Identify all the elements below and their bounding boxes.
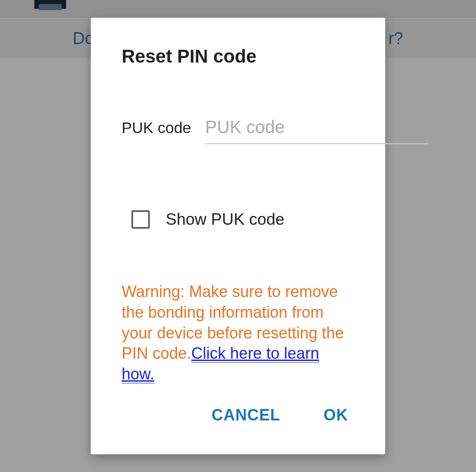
show-puk-row[interactable]: Show PUK code <box>131 210 354 229</box>
puk-code-label: PUK code <box>122 119 191 137</box>
warning-message: Warning: Make sure to remove the bonding… <box>122 282 354 385</box>
puk-field-row: PUK code <box>122 115 354 144</box>
show-puk-label: Show PUK code <box>166 210 284 229</box>
show-puk-checkbox[interactable] <box>131 210 150 229</box>
dialog-title: Reset PIN code <box>122 46 354 67</box>
ok-button[interactable]: OK <box>322 402 350 428</box>
puk-code-input[interactable] <box>205 115 428 144</box>
cancel-button[interactable]: CANCEL <box>210 402 282 428</box>
dialog-button-row: CANCEL OK <box>122 402 354 454</box>
reset-pin-dialog: Reset PIN code PUK code Show PUK code Wa… <box>91 18 385 454</box>
